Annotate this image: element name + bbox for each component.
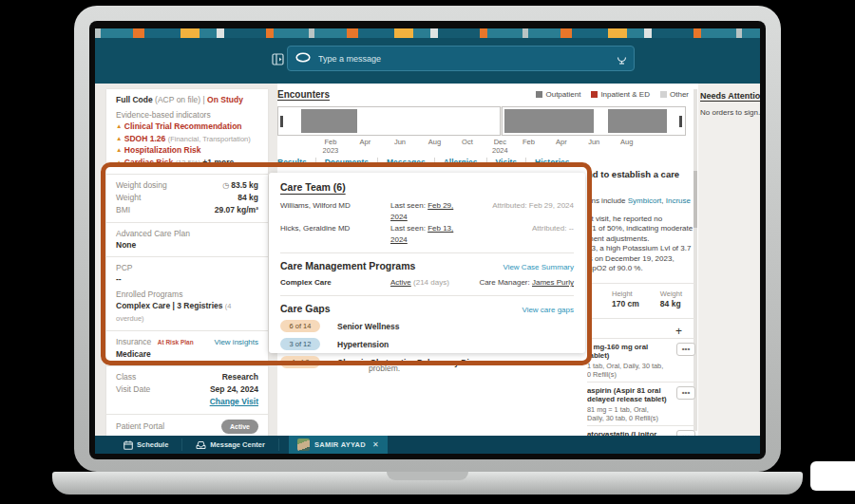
calendar-icon xyxy=(124,440,133,450)
advanced-care-plan-section: Advanced Care Plan None xyxy=(106,223,268,257)
weight-row: Weight 84 kg xyxy=(116,192,258,204)
legend-other: Other xyxy=(660,90,689,99)
workflow-right-column: nd to establish a care ons include Symbi… xyxy=(587,169,695,437)
timeline-month-label: Feb xyxy=(522,139,535,147)
timeline-month-label: Aug xyxy=(620,139,633,147)
height-vital: Height 170 cm xyxy=(612,289,639,309)
assistant-logo-icon xyxy=(295,52,311,63)
message-bar xyxy=(287,46,635,71)
warning-triangle-icon: ▲ xyxy=(116,146,122,153)
tab-results[interactable]: Results xyxy=(277,158,316,167)
bottom-taskbar: Schedule Message Center SAMIR AYYAD ✕ xyxy=(95,436,760,454)
incruse-link[interactable]: Incruse xyxy=(666,196,691,205)
timeline-segment xyxy=(608,109,667,133)
clock-icon: ◷ xyxy=(222,181,229,190)
indicator-cardiac[interactable]: ▲ Cardiac Risk (12.5%) +1 more xyxy=(116,157,258,169)
timeline-track[interactable] xyxy=(278,107,685,135)
timeline-months: Feb2023AprJunAugOctDec2024FebAprJunAug xyxy=(277,139,686,156)
acp-note: (ACP on file) xyxy=(155,95,200,104)
legend-swatch xyxy=(536,91,542,98)
encounters-legend: Outpatient Inpatient & ED Other xyxy=(536,90,689,99)
patient-tab-samir-ayyad[interactable]: SAMIR AYYAD ✕ xyxy=(289,436,388,454)
view-insights-link[interactable]: View insights xyxy=(214,336,258,348)
decorative-banner xyxy=(95,28,760,38)
patient-summary-sidebar: Full Code (ACP on file) | On Study Evide… xyxy=(106,89,268,437)
weight-dosing-row: Weight dosing ◷83.5 kg xyxy=(116,179,258,192)
legend-swatch xyxy=(591,91,598,98)
care-gap-row[interactable]: 4 of 8 Chronic Obstructive Pulmonary Dis… xyxy=(280,356,574,368)
row-actions-button[interactable]: ••• xyxy=(676,343,695,356)
program-status-link[interactable]: Active xyxy=(390,278,411,287)
tab-documents[interactable]: Documents xyxy=(316,158,378,167)
timeline-month-label: Dec2024 xyxy=(492,139,508,155)
divider xyxy=(181,439,182,451)
message-input[interactable] xyxy=(287,46,635,71)
provider-name: Hicks, Geraldine MD xyxy=(280,223,390,246)
needs-attention-body: No orders to sign. xyxy=(700,108,760,117)
indicator-sdoh[interactable]: ▲ SDOH 1.26 (Financial, Transportation) xyxy=(116,133,258,145)
indicator-clinical-trial[interactable]: ▲ Clinical Trial Recommendation xyxy=(116,121,258,133)
tab-histories[interactable]: Histories xyxy=(526,158,578,167)
weight-vital: Weight 84 kg xyxy=(660,289,682,309)
schedule-button[interactable]: Schedule xyxy=(95,436,181,454)
provider-name: Williams, Wilford MD xyxy=(280,200,390,223)
legend-swatch xyxy=(660,91,667,98)
bmi-row: BMI 29.07 kg/m² xyxy=(116,204,258,216)
change-visit-link[interactable]: Change Visit xyxy=(210,397,258,406)
view-care-gaps-link[interactable]: View care gaps xyxy=(522,306,574,314)
needs-attention-title[interactable]: Needs Attention ( xyxy=(700,91,760,101)
encounters-timeline[interactable] xyxy=(277,106,686,136)
row-actions-button[interactable]: ••• xyxy=(676,386,695,400)
chart-tabs: Results Documents Messages Allergies Vis… xyxy=(277,158,578,167)
warning-triangle-icon: ▲ xyxy=(116,135,122,141)
on-study-flag: On Study xyxy=(207,95,243,104)
care-gap-row[interactable]: 3 of 12 Hypertension xyxy=(280,338,574,350)
laptop-base-notch xyxy=(387,472,468,480)
panel-toggle-icon[interactable] xyxy=(272,53,284,65)
care-manager-link[interactable]: James Purly xyxy=(532,278,574,287)
right-rail xyxy=(698,84,760,437)
timeline-month-label: Jun xyxy=(588,139,599,147)
medication-row: aspirin (Aspir 81 oral delayed release t… xyxy=(587,382,695,425)
care-team-title[interactable]: Care Team (6) xyxy=(280,181,574,193)
divider xyxy=(280,295,574,296)
gap-count-badge: 6 of 14 xyxy=(280,320,320,332)
message-center-button[interactable]: Message Center xyxy=(182,436,278,454)
timeline-month-label: Apr xyxy=(556,139,567,147)
patient-portal-section: Patient Portal Active xyxy=(106,415,268,437)
view-case-summary-link[interactable]: View Case Summary xyxy=(503,263,574,271)
code-status: Full Code xyxy=(116,95,153,104)
separator: | xyxy=(203,95,205,104)
tab-messages[interactable]: Messages xyxy=(378,158,435,167)
laptop-base xyxy=(52,472,803,495)
encounters-header: Encounters Outpatient Inpatient & ED Oth… xyxy=(277,89,689,100)
timeline-month-label: Oct xyxy=(462,139,473,147)
app-header xyxy=(95,38,760,84)
indicators-heading: Evidence-based indicators xyxy=(116,109,258,121)
more-indicators-link[interactable]: +1 more xyxy=(202,158,234,167)
needs-attention-panel: Needs Attention ( No orders to sign. xyxy=(700,91,760,117)
divider xyxy=(280,252,574,253)
inbox-icon xyxy=(196,440,206,450)
tab-visits[interactable]: Visits xyxy=(487,158,527,167)
gap-count-badge: 4 of 8 xyxy=(280,356,320,368)
care-gap-row[interactable]: 6 of 14 Senior Wellness xyxy=(280,320,574,332)
encounters-title[interactable]: Encounters xyxy=(277,89,330,100)
insurance-section: Insurance At Risk Plan View insights Med… xyxy=(106,331,268,366)
portal-active-badge: Active xyxy=(221,420,258,434)
tab-allergies[interactable]: Allergies xyxy=(435,158,487,167)
add-button[interactable]: + xyxy=(587,325,695,338)
care-team-row: Williams, Wilford MD Last seen: Feb 29, … xyxy=(280,200,574,223)
timeline-right-handle[interactable] xyxy=(679,116,682,127)
at-risk-plan-badge: At Risk Plan xyxy=(158,339,194,345)
workflow-heading-fragment: nd to establish a care xyxy=(587,169,695,180)
microphone-icon[interactable] xyxy=(617,50,627,65)
indicator-hospitalization[interactable]: ▲ Hospitalization Risk xyxy=(116,144,258,157)
symbicort-link[interactable]: Symbicort xyxy=(628,196,662,205)
timeline-month-label: Jun xyxy=(394,139,406,147)
pcp-enrolled-section: PCP -- Enrolled Programs Complex Care | … xyxy=(106,257,268,331)
divider xyxy=(587,283,695,284)
app-screen: Full Code (ACP on file) | On Study Evide… xyxy=(95,28,760,454)
close-icon[interactable]: ✕ xyxy=(372,440,379,449)
timeline-left-handle[interactable] xyxy=(280,116,283,127)
